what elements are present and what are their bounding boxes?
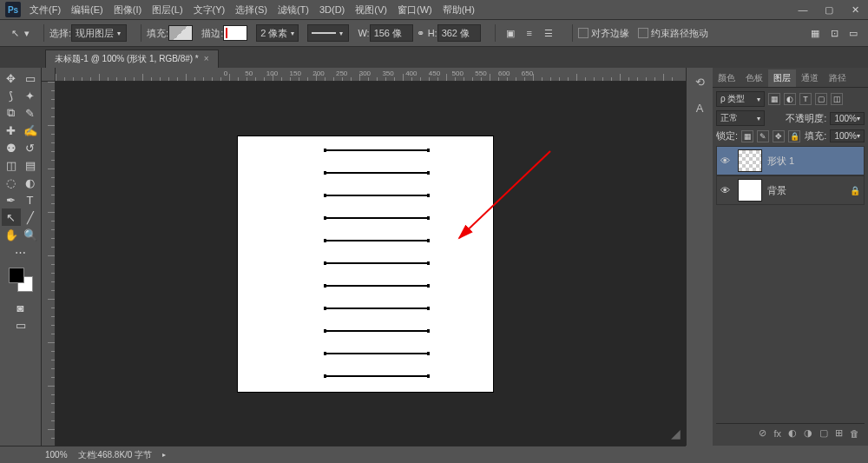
stroke-swatch[interactable] <box>223 25 247 41</box>
screen-mode-icon[interactable]: ▭ <box>844 23 863 43</box>
crop-tool[interactable]: ⧉ <box>2 104 21 122</box>
trash-icon[interactable]: 🗑 <box>850 428 859 439</box>
heal-tool[interactable]: ✚ <box>2 122 21 139</box>
layer-name[interactable]: 背景 <box>767 184 845 197</box>
tab-channels[interactable]: 通道 <box>796 69 824 87</box>
layer-filter-dropdown[interactable]: ρ 类型▾ <box>716 91 765 107</box>
blur-tool[interactable]: ◌ <box>2 174 21 191</box>
tab-color[interactable]: 颜色 <box>713 69 740 87</box>
eraser-tool[interactable]: ◫ <box>2 156 21 174</box>
filter-smart-icon[interactable]: ◫ <box>831 93 843 105</box>
eyedropper-tool[interactable]: ✎ <box>21 104 40 122</box>
chevron-right-icon[interactable]: ▸ <box>162 451 166 459</box>
path-selection-tool[interactable]: ↖ <box>2 208 21 226</box>
stroke-style-dropdown[interactable]: ▾ <box>307 24 349 42</box>
menu-select[interactable]: 选择(S) <box>235 3 267 17</box>
path-operations-icon[interactable]: ▣ <box>501 23 520 43</box>
quickmask-tool[interactable]: ◙ <box>11 299 30 316</box>
close-button[interactable]: ✕ <box>842 0 868 19</box>
document-info[interactable]: 文档:468.8K/0 字节 <box>78 449 153 461</box>
dodge-tool[interactable]: ◐ <box>21 174 40 191</box>
link-layers-icon[interactable]: ⊘ <box>759 427 766 439</box>
fill-swatch[interactable] <box>168 25 193 41</box>
menu-help[interactable]: 帮助(H) <box>443 3 475 17</box>
pen-tool[interactable]: ✒ <box>2 191 21 208</box>
tab-paths[interactable]: 路径 <box>824 69 852 87</box>
blend-mode-dropdown[interactable]: 正常▾ <box>716 110 765 126</box>
layer-thumbnail[interactable] <box>738 149 762 172</box>
move-tool[interactable]: ✥ <box>2 69 21 87</box>
character-panel-icon[interactable]: A <box>691 99 708 116</box>
line-tool[interactable]: ╱ <box>21 208 40 226</box>
new-layer-icon[interactable]: ⊞ <box>835 427 843 439</box>
lock-paint-icon[interactable]: ✎ <box>757 130 769 142</box>
visibility-icon[interactable]: 👁 <box>720 185 733 195</box>
type-tool[interactable]: T <box>21 191 40 208</box>
maximize-button[interactable]: ▢ <box>816 0 842 19</box>
lasso-tool[interactable]: ⟆ <box>2 87 21 104</box>
menu-window[interactable]: 窗口(W) <box>398 3 432 17</box>
mask-icon[interactable]: ◐ <box>788 427 797 439</box>
foreground-color[interactable] <box>9 268 24 283</box>
history-brush-tool[interactable]: ↺ <box>21 139 40 156</box>
link-icon[interactable]: ⚭ <box>417 28 424 39</box>
history-panel-icon[interactable]: ⟲ <box>691 73 708 90</box>
zoom-tool[interactable]: 🔍 <box>21 226 40 243</box>
tab-layers[interactable]: 图层 <box>768 69 796 87</box>
filter-type-icon[interactable]: T <box>799 93 812 105</box>
canvas-stage[interactable]: ◢ <box>56 82 686 446</box>
menu-layer[interactable]: 图层(L) <box>152 3 182 17</box>
minimize-button[interactable]: — <box>790 0 816 19</box>
fill-opacity-field[interactable]: 100%▾ <box>830 129 865 142</box>
stamp-tool[interactable]: ⚉ <box>2 139 21 156</box>
menu-3d[interactable]: 3D(D) <box>319 4 345 15</box>
path-align-icon[interactable]: ≡ <box>520 23 539 43</box>
layer-row[interactable]: 👁 形状 1 <box>716 146 865 175</box>
menu-filter[interactable]: 滤镜(T) <box>278 3 309 17</box>
path-selection-tool-icon[interactable]: ↖ <box>5 23 24 43</box>
lock-all-icon[interactable]: 🔒 <box>788 130 800 142</box>
document-canvas[interactable] <box>238 136 493 392</box>
fx-icon[interactable]: fx <box>773 428 781 439</box>
marquee-tool[interactable]: ▭ <box>21 69 40 87</box>
document-tab[interactable]: 未标题-1 @ 100% (形状 1, RGB/8#) *× <box>45 50 219 68</box>
visibility-icon[interactable]: 👁 <box>720 155 733 166</box>
width-field[interactable]: 156 像 <box>370 24 413 42</box>
zoom-level[interactable]: 100% <box>45 450 68 460</box>
menu-image[interactable]: 图像(I) <box>114 3 141 17</box>
opacity-field[interactable]: 100%▾ <box>830 112 865 125</box>
layer-name[interactable]: 形状 1 <box>767 155 860 168</box>
ruler-vertical[interactable] <box>42 82 56 446</box>
tab-swatches[interactable]: 色板 <box>740 69 768 87</box>
cloud-icon[interactable]: ⊡ <box>825 23 844 43</box>
close-tab-icon[interactable]: × <box>204 54 209 63</box>
align-edges-checkbox[interactable] <box>578 28 589 38</box>
gradient-tool[interactable]: ▤ <box>21 156 40 174</box>
layer-thumbnail[interactable] <box>738 179 762 202</box>
menu-edit[interactable]: 编辑(E) <box>71 3 103 17</box>
ruler-horizontal[interactable]: 050100150200250300350400450500550600650 <box>56 68 686 82</box>
stroke-width-field[interactable]: 2 像素▾ <box>256 24 299 42</box>
options-menu-icon[interactable]: ▦ <box>806 23 825 43</box>
filter-shape-icon[interactable]: ▢ <box>815 93 827 105</box>
wand-tool[interactable]: ✦ <box>21 87 40 104</box>
edit-toolbar[interactable]: ⋯ <box>11 243 30 261</box>
menu-view[interactable]: 视图(V) <box>355 3 387 17</box>
select-mode-dropdown[interactable]: 现用图层▾ <box>71 24 127 42</box>
constrain-checkbox[interactable] <box>638 28 648 38</box>
brush-tool[interactable]: ✍ <box>21 122 40 139</box>
menu-file[interactable]: 文件(F) <box>30 3 61 17</box>
filter-adjust-icon[interactable]: ◐ <box>784 93 796 105</box>
hand-tool[interactable]: ✋ <box>2 226 21 243</box>
lock-pos-icon[interactable]: ✥ <box>773 130 785 142</box>
screenmode-tool[interactable]: ▭ <box>11 316 30 334</box>
menu-type[interactable]: 文字(Y) <box>194 3 226 17</box>
lock-trans-icon[interactable]: ▦ <box>741 130 753 142</box>
height-field[interactable]: 362 像 <box>437 24 481 42</box>
filter-pixel-icon[interactable]: ▦ <box>768 93 780 105</box>
layer-row[interactable]: 👁 背景 🔒 <box>716 175 865 205</box>
color-swap[interactable] <box>7 266 35 294</box>
adjustment-icon[interactable]: ◑ <box>804 427 812 439</box>
group-icon[interactable]: ▢ <box>819 427 828 439</box>
path-arrange-icon[interactable]: ☰ <box>539 23 558 43</box>
